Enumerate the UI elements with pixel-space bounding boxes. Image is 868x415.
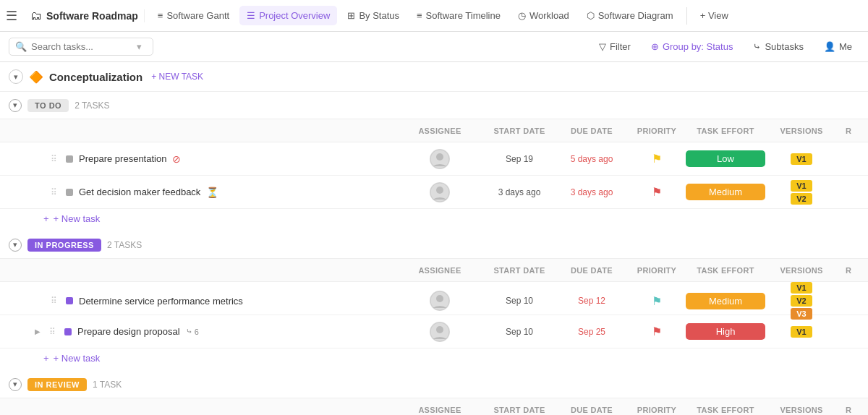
group-todo: ▾ TO DO 2 TASKS ASSIGNEE START DATE DUE … bbox=[0, 92, 868, 228]
col-startdate-inreview: START DATE bbox=[483, 406, 556, 414]
drag-handle[interactable]: ⠿ bbox=[51, 154, 57, 164]
group-header-todo[interactable]: ▾ TO DO 2 TASKS bbox=[0, 92, 868, 119]
section-icon: 🔶 bbox=[29, 70, 43, 84]
task-assignee[interactable] bbox=[430, 322, 450, 342]
new-task-button-inprogress[interactable]: + + New task bbox=[0, 348, 868, 368]
folder-icon: 🗂 bbox=[30, 9, 42, 22]
tab-overview[interactable]: ☰ Project Overview bbox=[239, 6, 337, 25]
section-collapse-button[interactable]: ▾ bbox=[9, 69, 23, 84]
task-name[interactable]: Determine service performance metrics bbox=[79, 296, 243, 307]
new-task-button-todo[interactable]: + + New task bbox=[0, 209, 868, 228]
timeline-icon: ≡ bbox=[417, 10, 422, 21]
task-dot bbox=[66, 297, 73, 304]
col-r-inreview: R bbox=[838, 406, 859, 414]
svg-point-3 bbox=[436, 187, 443, 194]
me-icon: 👤 bbox=[824, 41, 835, 52]
section-header: ▾ 🔶 Conceptualization + NEW TASK bbox=[0, 62, 868, 92]
group-collapse-todo[interactable]: ▾ bbox=[9, 99, 22, 112]
group-header-inprogress[interactable]: ▾ IN PROGRESS 2 TASKS bbox=[0, 231, 868, 259]
task-due-date: Sep 12 bbox=[556, 296, 628, 306]
task-name-cell: ⠿ Get decision maker feedback ⏳ bbox=[35, 187, 396, 198]
col-duedate-inreview: DUE DATE bbox=[556, 406, 628, 414]
task-assignee[interactable] bbox=[430, 149, 450, 169]
group-task-count-inprogress: 2 TASKS bbox=[107, 240, 142, 250]
group-collapse-inprogress[interactable]: ▾ bbox=[9, 239, 22, 252]
section-new-task-button[interactable]: + NEW TASK bbox=[151, 72, 203, 82]
search-input[interactable] bbox=[31, 41, 132, 52]
gantt-icon: ≡ bbox=[158, 10, 163, 21]
tab-status[interactable]: ⊞ By Status bbox=[340, 6, 407, 25]
col-priority-inreview: PRIORITY bbox=[628, 406, 686, 414]
blocked-icon: ⊘ bbox=[172, 153, 181, 165]
plus-icon: + bbox=[43, 213, 49, 224]
task-effort-cell: Medium bbox=[686, 184, 765, 200]
search-box[interactable]: 🔍 ▾ bbox=[9, 38, 153, 56]
group-by-button[interactable]: ⊕ Group by: Status bbox=[644, 38, 741, 56]
task-assignee[interactable] bbox=[430, 182, 450, 202]
section-title: Conceptualization bbox=[49, 71, 142, 83]
task-name[interactable]: Get decision maker feedback bbox=[79, 187, 200, 197]
col-assignee-todo: ASSIGNEE bbox=[396, 127, 483, 135]
col-headers-inprogress: ASSIGNEE START DATE DUE DATE PRIORITY TA… bbox=[0, 259, 868, 282]
group-by-icon: ⊕ bbox=[651, 41, 659, 52]
subtask-count: ⤷6 bbox=[186, 327, 199, 336]
drag-handle[interactable]: ⠿ bbox=[51, 187, 57, 197]
col-startdate-inprogress: START DATE bbox=[483, 266, 556, 275]
task-name[interactable]: Prepare presentation bbox=[79, 153, 166, 164]
version-tag: V2 bbox=[791, 295, 812, 307]
col-versions-inprogress: VERSIONS bbox=[765, 266, 838, 275]
task-assignee[interactable] bbox=[430, 291, 450, 311]
task-versions-cell: V1V2 bbox=[765, 180, 838, 205]
group-collapse-inreview[interactable]: ▾ bbox=[9, 378, 22, 391]
hamburger-icon[interactable]: ☰ bbox=[6, 8, 17, 24]
col-effort-todo: TASK EFFORT bbox=[686, 127, 765, 135]
task-effort-badge: Low bbox=[686, 150, 765, 167]
toolbar-actions: ▽ Filter ⊕ Group by: Status ⤷ Subtasks 👤… bbox=[592, 38, 859, 56]
task-effort-badge: High bbox=[686, 323, 765, 340]
drag-handle[interactable]: ⠿ bbox=[51, 296, 57, 306]
task-name[interactable]: Prepare design proposal bbox=[77, 326, 180, 337]
search-dropdown-icon[interactable]: ▾ bbox=[137, 41, 142, 52]
group-badge-inreview: IN REVIEW bbox=[27, 378, 87, 391]
group-header-inreview[interactable]: ▾ IN REVIEW 1 TASK bbox=[0, 371, 868, 398]
col-duedate-inprogress: DUE DATE bbox=[556, 266, 628, 275]
task-row: ⠿ Get decision maker feedback ⏳ 3 days a… bbox=[0, 176, 868, 209]
version-tag: V3 bbox=[791, 308, 812, 320]
task-effort-badge: Medium bbox=[686, 293, 765, 309]
tab-diagram[interactable]: ⬡ Software Diagram bbox=[579, 6, 681, 25]
subtasks-button[interactable]: ⤷ Subtasks bbox=[746, 38, 810, 56]
col-headers-todo: ASSIGNEE START DATE DUE DATE PRIORITY TA… bbox=[0, 119, 868, 142]
task-start-date: Sep 10 bbox=[483, 327, 556, 337]
task-versions-cell: V1V2V3 bbox=[765, 282, 838, 320]
group-badge-inprogress: IN PROGRESS bbox=[27, 239, 101, 252]
toolbar: 🔍 ▾ ▽ Filter ⊕ Group by: Status ⤷ Subtas… bbox=[0, 32, 868, 62]
task-priority: ⚑ bbox=[628, 152, 686, 166]
task-due-date: 5 days ago bbox=[556, 154, 628, 164]
version-tag: V2 bbox=[791, 193, 812, 205]
task-row: ⠿ Determine service performance metrics … bbox=[0, 282, 868, 315]
tab-gantt[interactable]: ≡ Software Gantt bbox=[150, 6, 237, 25]
col-startdate-todo: START DATE bbox=[483, 127, 556, 135]
svg-point-7 bbox=[436, 326, 443, 333]
col-versions-todo: VERSIONS bbox=[765, 127, 838, 135]
task-row: ▶ ⠿ Prepare design proposal ⤷6 Sep 10 Se… bbox=[0, 315, 868, 348]
filter-button[interactable]: ▽ Filter bbox=[592, 38, 638, 56]
pending-icon: ⏳ bbox=[206, 187, 218, 198]
subtasks-icon: ⤷ bbox=[753, 41, 761, 52]
expand-arrow[interactable]: ▶ bbox=[35, 328, 41, 335]
drag-handle[interactable]: ⠿ bbox=[49, 327, 56, 337]
groups-container: ▾ TO DO 2 TASKS ASSIGNEE START DATE DUE … bbox=[0, 92, 868, 415]
task-effort-cell: Medium bbox=[686, 293, 765, 309]
version-tag: V1 bbox=[791, 282, 812, 294]
col-duedate-todo: DUE DATE bbox=[556, 127, 628, 135]
tab-timeline[interactable]: ≡ Software Timeline bbox=[409, 6, 508, 25]
task-effort-badge: Medium bbox=[686, 184, 765, 200]
svg-point-1 bbox=[436, 153, 443, 161]
task-start-date: Sep 10 bbox=[483, 296, 556, 306]
version-tag: V1 bbox=[791, 326, 812, 338]
plus-icon: + bbox=[43, 353, 49, 364]
tab-workload[interactable]: ◷ Workload bbox=[511, 6, 576, 25]
add-view-button[interactable]: + View bbox=[693, 6, 736, 25]
task-priority: ⚑ bbox=[628, 325, 686, 338]
me-button[interactable]: 👤 Me bbox=[817, 38, 859, 56]
